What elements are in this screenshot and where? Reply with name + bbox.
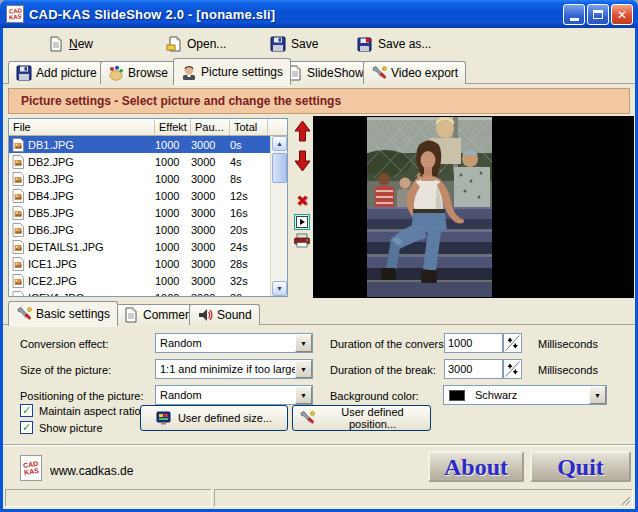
maximize-button[interactable]	[587, 4, 609, 25]
print-button[interactable]	[293, 233, 311, 248]
tab-sound-label: Sound	[217, 308, 252, 322]
about-button[interactable]: About	[428, 451, 524, 482]
chevron-down-icon[interactable]: ▼	[295, 386, 312, 404]
quit-button[interactable]: Quit	[530, 451, 631, 482]
cell-pause: 3000	[191, 292, 230, 298]
positioning-select[interactable]: Random ▼	[155, 385, 313, 405]
show-picture-checkbox[interactable]: ✓ Show picture	[20, 421, 103, 434]
add-picture-icon	[16, 65, 32, 81]
sound-icon	[197, 307, 213, 323]
duration-break-input[interactable]	[444, 359, 503, 379]
cell-pause: 3000	[191, 173, 230, 185]
preview-image	[367, 117, 492, 297]
column-header-total[interactable]: Total	[230, 119, 268, 135]
maintain-aspect-ratio-checkbox[interactable]: ✓ Maintain aspect ratio	[20, 404, 141, 417]
conversion-effect-select[interactable]: Random ▼	[155, 333, 313, 353]
table-row[interactable]: DB3.JPG 1000 3000 8s	[9, 170, 287, 187]
tab-basic-settings[interactable]: Basic settings	[8, 301, 118, 326]
cell-pause: 3000	[191, 156, 230, 168]
cell-effekt: 1000	[155, 190, 191, 202]
resize-grip[interactable]	[620, 494, 633, 507]
picture-size-select[interactable]: 1:1 and minimize if too large ▼	[155, 359, 313, 379]
table-row[interactable]: ICE1.JPG 1000 3000 28s	[9, 255, 287, 272]
checkmark-icon: ✓	[20, 404, 33, 417]
milliseconds-label: Milliseconds	[538, 338, 598, 350]
delete-picture-button[interactable]: ✖	[294, 192, 311, 210]
table-row[interactable]: DETAILS1.JPG 1000 3000 24s	[9, 238, 287, 255]
chevron-down-icon[interactable]: ▼	[295, 334, 312, 352]
duration-conversion-spinner[interactable]	[503, 333, 522, 353]
duration-conversion-input[interactable]	[444, 333, 503, 353]
save-as-button[interactable]: Save as...	[357, 33, 431, 55]
open-button[interactable]: Open...	[166, 33, 226, 55]
tab-video-export-label: Video export	[391, 66, 458, 80]
status-panel-right	[214, 489, 633, 507]
scrollbar-up-icon[interactable]: ▲	[272, 136, 287, 151]
table-row[interactable]: ICE2.JPG 1000 3000 32s	[9, 272, 287, 289]
column-header-file[interactable]: File	[9, 119, 155, 135]
tab-picture-settings[interactable]: Picture settings	[173, 58, 291, 85]
table-row[interactable]: DB1.JPG 1000 3000 0s	[9, 136, 287, 153]
list-scrollbar[interactable]: ▲ ▼	[270, 136, 287, 296]
user-defined-position-button[interactable]: User defined position...	[292, 405, 431, 431]
cell-pause: 3000	[191, 190, 230, 202]
tab-sound[interactable]: Sound	[189, 304, 260, 325]
column-header-effekt[interactable]: Effekt	[155, 119, 191, 135]
cell-pause: 3000	[191, 139, 230, 151]
background-color-select[interactable]: Schwarz ▼	[443, 385, 607, 405]
save-as-icon	[357, 36, 373, 52]
minimize-icon	[570, 18, 579, 21]
user-defined-position-label: User defined position...	[321, 406, 424, 430]
table-row[interactable]: DB2.JPG 1000 3000 4s	[9, 153, 287, 170]
positioning-value: Random	[156, 389, 295, 401]
chevron-down-icon[interactable]: ▼	[589, 386, 606, 404]
image-file-icon	[12, 291, 24, 298]
picture-size-value: 1:1 and minimize if too large	[156, 363, 295, 375]
cell-file: DB6.JPG	[28, 224, 74, 236]
image-file-icon	[12, 274, 24, 288]
cell-effekt: 1000	[155, 207, 191, 219]
table-row[interactable]: ICEX1.JPG 1000 3000 36s	[9, 289, 287, 297]
tab-slideshow[interactable]: SlideShow	[279, 61, 372, 84]
cell-total: 36s	[230, 292, 268, 298]
comment-icon	[123, 307, 139, 323]
picture-list[interactable]: File Effekt Pau... Total DB1.JPG 1000 30…	[8, 118, 288, 297]
cell-effekt: 1000	[155, 241, 191, 253]
title-bar[interactable]: CADKAS CAD-KAS SlideShow 2.0 - [noname.s…	[0, 0, 638, 28]
new-button[interactable]: New	[48, 33, 93, 55]
banner-text: Picture settings - Select picture and ch…	[21, 94, 341, 108]
close-icon: ✕	[617, 9, 627, 21]
duration-break-spinner[interactable]	[503, 359, 522, 379]
tab-browse-label: Browse	[128, 66, 168, 80]
checkmark-icon: ✓	[20, 421, 33, 434]
scrollbar-thumb[interactable]	[272, 153, 287, 183]
chevron-down-icon[interactable]: ▼	[295, 360, 312, 378]
window-title: CAD-KAS SlideShow 2.0 - [noname.sli]	[29, 7, 275, 22]
scrollbar-down-icon[interactable]: ▼	[272, 281, 287, 296]
tab-browse[interactable]: Browse	[100, 61, 176, 84]
tab-video-export[interactable]: Video export	[363, 61, 466, 84]
cell-effekt: 1000	[155, 292, 191, 298]
open-button-label: Open...	[187, 37, 226, 51]
move-down-button[interactable]	[294, 150, 311, 172]
cell-effekt: 1000	[155, 139, 191, 151]
image-file-icon	[12, 172, 24, 186]
play-button[interactable]	[294, 214, 310, 230]
show-picture-label: Show picture	[39, 422, 103, 434]
table-row[interactable]: DB5.JPG 1000 3000 16s	[9, 204, 287, 221]
save-button[interactable]: Save	[270, 33, 318, 55]
minimize-button[interactable]	[563, 4, 585, 25]
app-window: CADKAS CAD-KAS SlideShow 2.0 - [noname.s…	[0, 0, 638, 512]
column-header-pause[interactable]: Pau...	[191, 119, 230, 135]
user-defined-size-button[interactable]: User defined size...	[140, 405, 288, 431]
table-row[interactable]: DB6.JPG 1000 3000 20s	[9, 221, 287, 238]
close-button[interactable]: ✕	[611, 4, 633, 25]
tab-add-picture[interactable]: Add picture	[8, 61, 105, 84]
move-up-button[interactable]	[294, 120, 311, 142]
website-link[interactable]: www.cadkas.de	[50, 464, 133, 478]
table-row[interactable]: DB4.JPG 1000 3000 12s	[9, 187, 287, 204]
duration-break-label: Duration of the break:	[330, 364, 436, 376]
tab-slideshow-label: SlideShow	[307, 66, 364, 80]
conversion-effect-label: Conversion effect:	[20, 338, 108, 350]
list-body: DB1.JPG 1000 3000 0s DB2.JPG 1000 3000 4…	[9, 136, 287, 297]
